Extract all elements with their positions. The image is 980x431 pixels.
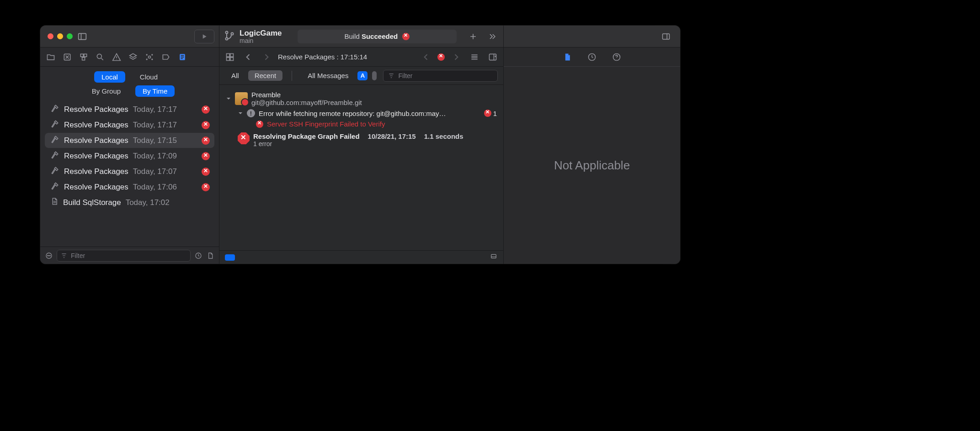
svg-rect-3: [80, 54, 83, 57]
inspector-tabs: [504, 47, 680, 67]
report-filter-input[interactable]: Filter: [383, 70, 498, 82]
svg-rect-4: [84, 54, 87, 57]
report-time: Today, 17:09: [133, 152, 177, 161]
svg-point-22: [226, 38, 228, 40]
report-time: Today, 17:17: [133, 121, 177, 130]
package-icon: [235, 92, 248, 105]
issue-navigator-icon[interactable]: [110, 50, 123, 64]
editor-layout-icon[interactable]: [468, 50, 481, 64]
history-inspector-icon[interactable]: [585, 50, 599, 64]
toggle-right-sidebar-icon[interactable]: [656, 30, 676, 43]
graph-fail-time: 10/28/21, 17:15: [368, 132, 416, 140]
toggle-debug-area-icon[interactable]: [490, 253, 498, 261]
report-time: Today, 17:17: [133, 105, 177, 114]
report-title: Resolve Packages: [64, 152, 128, 161]
breadcrumb[interactable]: Resolve Packages : 17:15:14: [278, 53, 367, 61]
segment-scroll-handle[interactable]: [372, 71, 377, 80]
scm-filter-icon[interactable]: [206, 252, 214, 260]
group-by-group[interactable]: By Group: [85, 85, 128, 97]
report-row[interactable]: Resolve PackagesToday, 17:17: [45, 117, 214, 132]
zoom-window[interactable]: [67, 33, 73, 39]
report-row[interactable]: Build SqlStorageToday, 17:02: [45, 195, 214, 210]
svg-point-17: [48, 255, 48, 256]
related-items-icon[interactable]: [223, 50, 237, 64]
svg-rect-15: [181, 58, 183, 59]
project-navigator-icon[interactable]: [44, 50, 58, 64]
file-inspector-icon[interactable]: [560, 50, 574, 64]
recent-filter-icon[interactable]: [194, 252, 202, 260]
find-navigator-icon[interactable]: [93, 50, 107, 64]
scope-local[interactable]: Local: [94, 71, 125, 83]
all-messages[interactable]: All Messages: [301, 70, 355, 81]
not-applicable-label: Not Applicable: [554, 158, 630, 173]
message-scope-segment: All Messages A: [301, 70, 377, 81]
report-title: Build SqlStorage: [63, 198, 121, 207]
library-icon[interactable]: [486, 30, 499, 43]
report-row[interactable]: Resolve PackagesToday, 17:15: [45, 133, 214, 148]
disclosure-icon[interactable]: [238, 110, 243, 117]
svg-point-9: [152, 54, 153, 55]
package-url: git@github.com:mayoff/Preamble.git: [251, 99, 362, 106]
scope-recent[interactable]: Recent: [248, 70, 283, 81]
svg-point-6: [97, 54, 101, 58]
symbol-navigator-icon[interactable]: [77, 50, 91, 64]
svg-rect-5: [82, 57, 85, 60]
svg-point-23: [231, 33, 234, 35]
help-inspector-icon[interactable]: [610, 50, 623, 64]
graph-fail-row[interactable]: Resolving Package Graph Failed 10/28/21,…: [235, 131, 500, 149]
go-back-icon[interactable]: [241, 50, 255, 64]
run-button[interactable]: [194, 30, 214, 43]
prev-issue-icon[interactable]: [419, 50, 433, 64]
project-name: LogicGame: [240, 29, 282, 38]
navigator-tabs: [40, 47, 219, 67]
disclosure-icon[interactable]: [226, 95, 231, 103]
analyzer-chip[interactable]: A: [357, 71, 368, 80]
report-row[interactable]: Resolve PackagesToday, 17:09: [45, 148, 214, 163]
ssh-error-row[interactable]: Server SSH Fingerprint Failed to Verify: [253, 119, 500, 129]
next-issue-icon[interactable]: [449, 50, 463, 64]
svg-point-11: [152, 59, 153, 60]
go-forward-icon[interactable]: [260, 50, 273, 64]
activity-status[interactable]: Build Succeeded: [298, 30, 457, 43]
graph-fail-duration: 1.1 seconds: [424, 132, 463, 140]
report-row[interactable]: Resolve PackagesToday, 17:07: [45, 164, 214, 179]
report-time: Today, 17:06: [133, 183, 177, 192]
error-icon: [202, 168, 210, 176]
navigator-filter-input[interactable]: Filter: [57, 250, 191, 262]
report-row[interactable]: Resolve PackagesToday, 17:06: [45, 179, 214, 194]
breakpoint-navigator-icon[interactable]: [159, 50, 173, 64]
svg-rect-26: [227, 57, 230, 60]
right-titlebar: [504, 26, 680, 47]
package-row[interactable]: Preamble git@github.com:mayoff/Preamble.…: [223, 89, 500, 108]
error-icon: [202, 137, 210, 145]
hammer-icon: [50, 166, 59, 177]
error-icon: [484, 110, 491, 117]
scheme-selector[interactable]: LogicGame main: [224, 29, 282, 44]
debug-navigator-icon[interactable]: [143, 50, 156, 64]
close-window[interactable]: [48, 33, 53, 39]
filter-menu-icon[interactable]: [45, 252, 53, 260]
mid-titlebar: LogicGame main Build Succeeded: [219, 26, 503, 47]
svg-rect-13: [181, 55, 184, 56]
svg-point-7: [149, 56, 151, 58]
scope-all[interactable]: All: [225, 70, 245, 81]
scope-cloud[interactable]: Cloud: [133, 71, 165, 83]
graph-fail-title: Resolving Package Graph Failed: [253, 132, 360, 140]
add-editor-icon[interactable]: [467, 30, 479, 43]
report-title: Resolve Packages: [64, 136, 128, 145]
report-title: Resolve Packages: [64, 121, 128, 130]
report-navigator-icon[interactable]: [176, 50, 189, 64]
fetch-error-row[interactable]: ! Error while fetching remote repository…: [235, 108, 500, 119]
svg-point-18: [48, 255, 49, 256]
group-by-time[interactable]: By Time: [135, 85, 175, 97]
report-time: Today, 17:15: [133, 136, 177, 145]
source-control-navigator-icon[interactable]: [60, 50, 74, 64]
report-row[interactable]: Resolve PackagesToday, 17:17: [45, 102, 214, 117]
add-assistant-icon[interactable]: [486, 50, 500, 64]
svg-point-10: [146, 59, 147, 60]
test-navigator-icon[interactable]: [126, 50, 140, 64]
minimize-window[interactable]: [57, 33, 63, 39]
status-text: Build Succeeded: [344, 32, 398, 40]
toggle-left-sidebar-icon[interactable]: [73, 30, 92, 43]
graph-fail-errcount: 1 error: [253, 140, 463, 147]
